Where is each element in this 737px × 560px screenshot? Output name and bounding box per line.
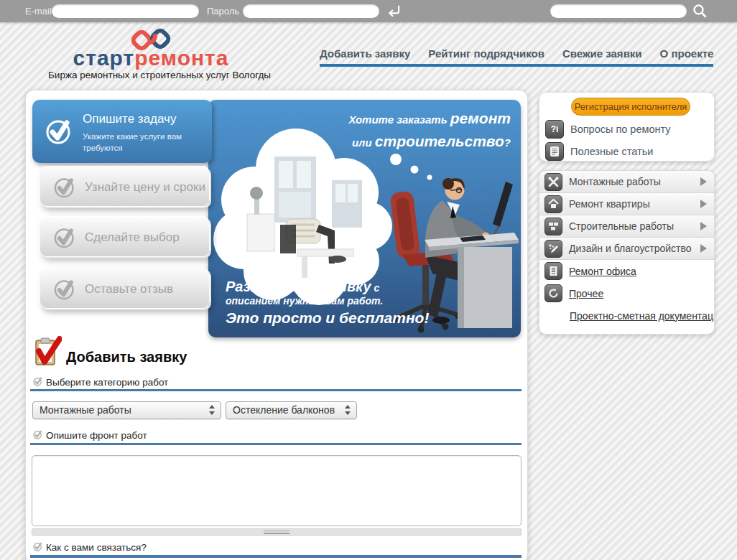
banner-cta: Разместите заявку с описанием нужных вам…: [226, 278, 429, 327]
step-describe-task: Опишите задачу Укажите какие услуги вам …: [32, 100, 212, 163]
check-circle-icon: [52, 174, 78, 200]
misc-icon: [544, 284, 562, 302]
chevron-right-icon: [700, 244, 707, 253]
check-circle-icon: [32, 429, 43, 440]
login-enter-icon[interactable]: [386, 4, 402, 19]
bricks-icon: [544, 218, 562, 235]
sidebar-link-articles[interactable]: Полезные статьи: [545, 141, 653, 161]
password-label: Пароль: [207, 0, 239, 22]
sidebar-info-card: Регистрация исполнителя ?i Вопросы по ре…: [539, 92, 715, 162]
category-label: Ремонт офиса: [569, 266, 636, 277]
banner-q-text: Хотите заказать: [348, 113, 450, 126]
category-construction-works[interactable]: Строительные работы: [539, 215, 714, 238]
site-logo[interactable]: стартремонта: [0, 47, 302, 69]
step-title: Узнайте цену и сроки: [85, 167, 205, 207]
main-nav: Добавить заявку Рейтинг подрядчиков Свеж…: [320, 37, 713, 67]
category-office-repair[interactable]: Ремонт офиса: [539, 260, 714, 282]
check-circle-icon: [43, 116, 75, 147]
question-icon: ?i: [545, 120, 564, 139]
cta-line1: Разместите заявку: [226, 279, 371, 294]
banner-q-stroitelstvo: строительство: [375, 133, 504, 149]
email-label: E-mail: [25, 0, 52, 22]
chevron-right-icon: [700, 200, 707, 208]
sidebar-categories-card: Монтажные работы Ремонт квартиры Строите…: [539, 170, 715, 335]
register-contractor-button[interactable]: Регистрация исполнителя: [571, 98, 690, 116]
search-input[interactable]: [550, 4, 687, 18]
form-title: Добавить заявку: [66, 349, 187, 365]
contact-label: Как с вами связаться?: [46, 542, 147, 553]
banner-q-mark: ?: [504, 136, 511, 149]
category-label: Строительные работы: [569, 220, 674, 232]
description-label: Опишите фронт работ: [46, 430, 147, 441]
chevron-right-icon: [700, 222, 707, 230]
sidebar-link-questions[interactable]: ?i Вопросы по ремонту: [545, 119, 671, 139]
logo-part2: ремонта: [134, 46, 228, 70]
logo-part1: старт: [73, 46, 135, 70]
category-select[interactable]: Монтажные работы: [32, 401, 221, 419]
divider-line: [30, 555, 522, 558]
step-subtitle: Укажите какие услуги вам требуются: [83, 131, 198, 154]
promo-banner: Хотите заказать ремонт или строительство…: [208, 100, 521, 337]
category-apartment-repair[interactable]: Ремонт квартиры: [539, 193, 714, 215]
select-spinner-icon: [345, 405, 351, 416]
sidebar-link-label: Вопросы по ремонту: [570, 123, 671, 135]
step-title: Сделайте выбор: [85, 217, 180, 258]
sidebar-link-label: Полезные статьи: [570, 146, 653, 157]
design-icon: [544, 240, 562, 258]
select-spinner-icon: [209, 405, 215, 416]
nav-about[interactable]: О проекте: [660, 47, 714, 64]
category-project-documentation[interactable]: Проектно-сметная документация: [539, 304, 714, 327]
banner-q-remont: ремонт: [450, 110, 511, 126]
step-make-choice: Сделайте выбор: [40, 216, 210, 257]
category-label: Проектно-сметная документация: [570, 310, 715, 322]
check-circle-icon: [32, 376, 43, 387]
step-title: Оставьте отзыв: [85, 269, 173, 309]
password-field[interactable]: [243, 4, 379, 18]
category-montage-works[interactable]: Монтажные работы: [539, 171, 714, 193]
banner-q-or: или: [352, 136, 375, 149]
category-select-value: Монтажные работы: [40, 404, 131, 416]
login-bar: E-mail Пароль: [0, 0, 737, 22]
cta-line3: Это просто и бесплатно!: [226, 308, 429, 327]
check-circle-icon: [32, 541, 43, 552]
cta-line2: описанием нужных вам работ.: [226, 295, 429, 308]
tools-icon: [544, 173, 562, 191]
chevron-right-icon: [700, 177, 707, 186]
divider-line: [30, 443, 522, 445]
step-title: Опишите задачу: [83, 112, 176, 126]
nav-fresh-requests[interactable]: Свежие заявки: [562, 47, 642, 64]
banner-question: Хотите заказать ремонт или строительство…: [348, 107, 511, 152]
category-label: Выберите категорию работ: [46, 377, 168, 388]
nav-add-request[interactable]: Добавить заявку: [320, 47, 410, 64]
category-label: Ремонт квартиры: [569, 198, 650, 210]
step-price-terms: Узнайте цену и сроки: [40, 166, 210, 207]
divider-line: [30, 389, 522, 391]
email-field[interactable]: [52, 4, 199, 18]
home-icon: [544, 195, 562, 213]
check-circle-icon: [52, 225, 78, 251]
category-label: Монтажные работы: [569, 176, 661, 187]
clipboard-check-icon: [33, 336, 62, 368]
subcategory-select-value: Остекление балконов: [233, 404, 335, 416]
description-textarea[interactable]: [32, 455, 522, 526]
step-leave-review: Оставьте отзыв: [40, 268, 210, 309]
category-other[interactable]: Прочее: [539, 282, 714, 304]
category-label: Дизайн и благоустройство: [569, 243, 692, 254]
check-circle-icon: [52, 276, 78, 302]
cta-line1-tail: с: [371, 282, 380, 294]
subcategory-select[interactable]: Остекление балконов: [226, 401, 357, 419]
category-label: Прочее: [569, 288, 603, 299]
search-icon[interactable]: [692, 3, 708, 19]
nav-contractor-rating[interactable]: Рейтинг подрядчиков: [428, 47, 544, 64]
category-design-landscaping[interactable]: Дизайн и благоустройство: [539, 238, 714, 260]
article-icon: [545, 142, 564, 161]
site-tagline: Биржа ремонтных и строительных услуг Вол…: [48, 70, 271, 80]
textarea-resize-handle[interactable]: [32, 528, 522, 536]
office-icon: [544, 262, 562, 280]
